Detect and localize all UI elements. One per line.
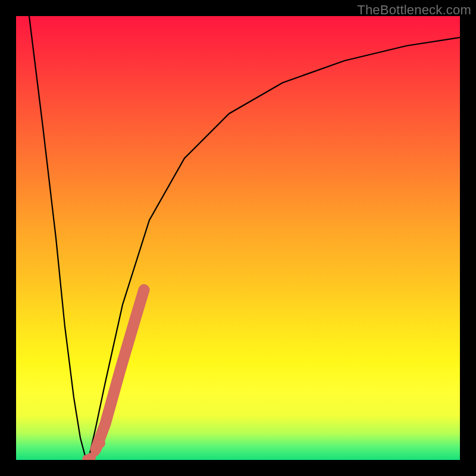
chart-frame: TheBottleneck.com xyxy=(0,0,476,476)
chart-overlay xyxy=(16,16,460,460)
plot-area xyxy=(16,16,460,460)
marker-hook xyxy=(86,456,92,459)
bottleneck-curve xyxy=(29,16,460,460)
watermark-text: TheBottleneck.com xyxy=(357,2,471,18)
marker-dot xyxy=(96,439,105,448)
